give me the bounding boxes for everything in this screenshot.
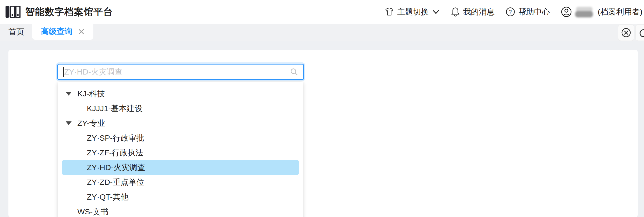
tree-item-label: ZY·ZD-重点单位 — [87, 177, 144, 188]
question-circle-icon: ? — [506, 7, 515, 17]
text-cursor — [63, 67, 64, 77]
tree-item[interactable]: ZY-专业 — [62, 116, 299, 131]
tree-item-label: WS-文书 — [77, 206, 108, 217]
circle-close-icon — [621, 27, 631, 38]
tree-item-label: ZY·QT-其他 — [87, 192, 128, 203]
tree-item-label: ZY·SP-行政审批 — [87, 133, 144, 144]
tree-item-label: ZY·ZF-行政执法 — [87, 147, 143, 158]
tab-bar: 首页 高级查询 — [0, 24, 644, 41]
tree-item-label: KJ-科技 — [77, 88, 105, 99]
tab-close-icon[interactable] — [78, 28, 85, 35]
tab-advanced-query[interactable]: 高级查询 — [32, 23, 93, 40]
tree-item[interactable]: ZY·QT-其他 — [62, 190, 299, 204]
classification-search-input[interactable]: ZY·HD-火灾调查 — [57, 64, 304, 80]
close-all-tabs-button[interactable] — [618, 25, 634, 41]
svg-text:?: ? — [509, 9, 512, 14]
theme-switch-label: 主题切换 — [397, 7, 429, 17]
tree-item-label: KJJJ1-基本建设 — [87, 103, 143, 114]
tree-item-label: ZY·HD-火灾调查 — [87, 162, 145, 173]
classification-placeholder: ZY·HD-火灾调查 — [64, 67, 290, 77]
bell-icon — [451, 7, 460, 17]
tree-item[interactable]: WS-文书 — [62, 204, 299, 217]
tree-item[interactable]: KJ-科技 — [62, 86, 299, 101]
theme-switch-menu[interactable]: 主题切换 — [385, 7, 440, 17]
refresh-icon — [638, 27, 644, 38]
tree-caret-icon[interactable] — [66, 121, 72, 125]
tree-item[interactable]: ZY·SP-行政审批 — [62, 131, 299, 145]
tab-advanced-query-label: 高级查询 — [41, 26, 73, 37]
tab-home[interactable]: 首页 — [8, 24, 24, 40]
tree-item[interactable]: ZY·ZF-行政执法 — [62, 145, 299, 160]
messages-label: 我的消息 — [463, 7, 495, 17]
tree-caret-icon[interactable] — [66, 92, 72, 96]
tab-home-label: 首页 — [8, 27, 24, 37]
help-menu[interactable]: ? 帮助中心 — [506, 7, 550, 17]
user-name-redacted — [575, 6, 594, 18]
page-title: 智能数字档案馆平台 — [25, 6, 113, 18]
search-icon — [290, 68, 298, 76]
help-label: 帮助中心 — [518, 7, 550, 17]
refresh-tab-button[interactable] — [636, 25, 644, 41]
tree-item-label: ZY-专业 — [77, 118, 105, 129]
tshirt-icon — [385, 7, 394, 17]
tree-item[interactable]: ZY·ZD-重点单位 — [62, 175, 299, 190]
chevron-down-icon — [432, 9, 440, 15]
user-role-label: (档案利用者) — [598, 7, 642, 17]
tree-item[interactable]: KJJJ1-基本建设 — [62, 101, 299, 116]
messages-menu[interactable]: 我的消息 — [451, 7, 495, 17]
tree-item[interactable]: ZY·HD-火灾调查 — [62, 160, 299, 175]
app-logo-icon — [5, 6, 21, 18]
user-circle-icon — [561, 6, 572, 17]
classification-tree-dropdown: KJ-科技KJJJ1-基本建设ZY-专业ZY·SP-行政审批ZY·ZF-行政执法… — [58, 82, 303, 217]
app-header: 智能数字档案馆平台 主题切换 我的消息 — [0, 0, 644, 24]
user-menu[interactable]: (档案利用者) — [561, 6, 642, 18]
